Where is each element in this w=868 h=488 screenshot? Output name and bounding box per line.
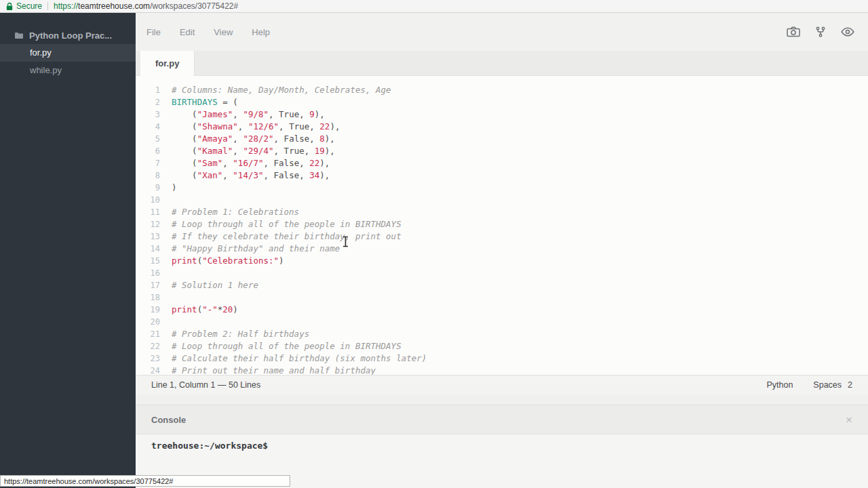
code-line-10[interactable]: 10 (136, 194, 868, 206)
menu-help[interactable]: Help (252, 27, 270, 37)
file-sidebar: Python Loop Prac... for.pywhile.py (0, 13, 136, 488)
project-folder[interactable]: Python Loop Prac... (0, 26, 136, 44)
sidebar-file-for.py[interactable]: for.py (0, 44, 136, 62)
line-number: 10 (136, 194, 160, 206)
console-title: Console (151, 415, 186, 425)
tab-bar: for.py (136, 51, 868, 76)
code-line-11[interactable]: 11# Problem 1: Celebrations (136, 206, 868, 218)
code-line-12[interactable]: 12# Loop through all of the people in BI… (136, 218, 868, 230)
code-line-18[interactable]: 18 (136, 291, 868, 304)
line-number: 18 (136, 291, 160, 304)
line-number: 17 (136, 279, 160, 291)
code-line-24[interactable]: 24# Print out their name and half birthd… (136, 365, 868, 375)
menu-items: FileEditViewHelp (146, 26, 289, 38)
code-line-7[interactable]: 7 ("Sam", "16/7", False, 22), (136, 157, 868, 169)
code-line-16[interactable]: 16 (136, 267, 868, 279)
code-line-21[interactable]: 21# Problem 2: Half birthdays (136, 328, 868, 340)
code-editor[interactable]: 1# Columns: Name, Day/Month, Celebrates,… (136, 76, 868, 375)
code-line-23[interactable]: 23# Calculate their half birthday (six m… (136, 352, 868, 365)
terminal-prompt: treehouse:~/workspace$ (151, 441, 268, 451)
file-list: for.pywhile.py (0, 44, 136, 79)
code-line-5[interactable]: 5 ("Amaya", "28/2", False, 8), (136, 133, 868, 145)
browser-address-bar[interactable]: Secure https://teamtreehouse.com/workspa… (0, 0, 868, 13)
cursor-position: Line 1, Column 1 — 50 Lines (151, 380, 260, 390)
code-line-9[interactable]: 9) (136, 182, 868, 194)
tab-for-py[interactable]: for.py (140, 51, 195, 76)
line-number: 3 (136, 108, 160, 121)
line-number: 22 (136, 340, 160, 352)
line-number: 11 (136, 206, 160, 218)
line-number: 12 (136, 218, 160, 230)
line-number: 20 (136, 316, 160, 328)
line-number: 9 (136, 182, 160, 194)
url-host: teamtreehouse.com (78, 1, 150, 11)
line-number: 15 (136, 255, 160, 267)
line-number: 14 (136, 243, 160, 255)
line-number: 13 (136, 230, 160, 243)
url-scheme: https:// (54, 1, 78, 11)
fork-icon[interactable] (815, 26, 826, 37)
menubar: FileEditViewHelp (136, 13, 868, 51)
code-line-17[interactable]: 17# Solution 1 here (136, 279, 868, 291)
url-text[interactable]: https://teamtreehouse.com/workspaces/307… (54, 1, 238, 11)
workspace-app: Python Loop Prac... for.pywhile.py FileE… (0, 13, 868, 488)
line-number: 6 (136, 145, 160, 157)
language-indicator[interactable]: Python (766, 380, 793, 390)
indent-size[interactable]: 2 (848, 380, 852, 390)
sidebar-file-while.py[interactable]: while.py (0, 62, 136, 79)
indent-type[interactable]: Spaces (813, 380, 842, 390)
folder-icon (14, 32, 24, 39)
line-number: 8 (136, 169, 160, 182)
code-line-6[interactable]: 6 ("Kamal", "29/4", True, 19), (136, 145, 868, 157)
close-icon[interactable]: × (846, 414, 852, 426)
line-number: 4 (136, 121, 160, 133)
eye-icon[interactable] (841, 27, 854, 37)
link-status-bubble: https://teamtreehouse.com/workspaces/307… (0, 475, 290, 487)
line-number: 16 (136, 267, 160, 279)
code-line-2[interactable]: 2BIRTHDAYS = ( (136, 96, 868, 108)
line-number: 7 (136, 157, 160, 169)
code-line-3[interactable]: 3 ("James", "9/8", True, 9), (136, 108, 868, 121)
camera-icon[interactable] (787, 26, 800, 37)
lock-icon (6, 2, 13, 11)
line-number: 1 (136, 84, 160, 96)
project-name: Python Loop Prac... (29, 30, 112, 41)
url-path: /workspaces/30775422# (150, 1, 238, 11)
code-line-8[interactable]: 8 ("Xan", "14/3", False, 34), (136, 169, 868, 182)
line-number: 24 (136, 365, 160, 375)
secure-label: Secure (16, 1, 42, 11)
address-bar-divider (47, 2, 48, 10)
line-number: 21 (136, 328, 160, 340)
line-number: 23 (136, 352, 160, 365)
code-line-1[interactable]: 1# Columns: Name, Day/Month, Celebrates,… (136, 84, 868, 96)
line-number: 5 (136, 133, 160, 145)
menu-view[interactable]: View (214, 27, 233, 37)
code-line-20[interactable]: 20 (136, 316, 868, 328)
panel-divider (136, 394, 868, 405)
code-line-22[interactable]: 22# Loop through all of the people in BI… (136, 340, 868, 352)
editor-statusbar: Line 1, Column 1 — 50 Lines Python Space… (136, 375, 868, 394)
menu-file[interactable]: File (146, 27, 161, 37)
console-header: Console × (136, 405, 868, 434)
line-number: 2 (136, 96, 160, 108)
code-line-15[interactable]: 15print("Celebrations:") (136, 255, 868, 267)
toolbar-icons (787, 26, 854, 37)
line-number: 19 (136, 304, 160, 316)
code-line-14[interactable]: 14# "Happy Birthday" and their name (136, 243, 868, 255)
code-line-13[interactable]: 13# If they celebrate their birthday, pr… (136, 230, 868, 243)
code-line-4[interactable]: 4 ("Shawna", "12/6", True, 22), (136, 121, 868, 133)
editor-pane: FileEditViewHelp (136, 13, 868, 488)
menu-edit[interactable]: Edit (180, 27, 195, 37)
code-line-19[interactable]: 19print("-"*20) (136, 304, 868, 316)
